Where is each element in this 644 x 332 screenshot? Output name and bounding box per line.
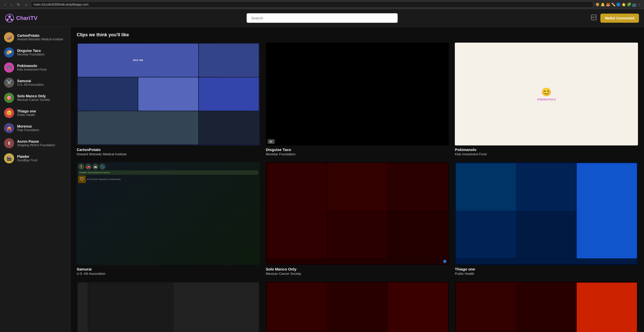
clip-card-cartonpotato[interactable]: PICK 'EM CartonPotato Howard Wolowitz Me… (77, 43, 260, 156)
sidebar-item-samurai[interactable]: ⚔️ Samurai U.S. K8 Association (0, 75, 70, 90)
clip-streamer-name: Thiago one (455, 267, 638, 271)
clip-thumbnail: 🔵 (266, 282, 449, 332)
clip-charity-name: Mexican Cancer Society (266, 272, 449, 276)
clip-card-flawler[interactable]: 🔵 Flawler GoodBye Trust (455, 282, 638, 332)
clip-charity-name: Howard Wolowitz Medical Institute (77, 152, 260, 156)
browser-extension-icons: 🦁 🔔 🦊 ✏️ 🔵 ⭐ 🧩 📺 ⋮ (595, 3, 641, 7)
nft-icon-button[interactable]: NFT (590, 14, 597, 22)
clip-thumbnail: 🔵 (455, 282, 638, 332)
sidebar-text: CartonPotato Howard Wolowitz Medical Ins… (17, 34, 63, 41)
sidebar-avatar: 😊 (4, 108, 14, 118)
clip-card-disguise-taco[interactable]: ▶ Disguise Taco Movistar Foundation (266, 43, 449, 156)
sidebar-charity-name: Kids Investment Fund (17, 68, 46, 71)
browser-chrome: ‹ › ↻ ⌂ 🦁 🔔 🦊 ✏️ 🔵 ⭐ 🧩 📺 ⋮ (0, 0, 644, 9)
header-right: NFT Wallet Connected (583, 14, 639, 23)
svg-point-0 (6, 14, 14, 22)
sidebar-avatar: 🥔 (4, 32, 14, 42)
clip-streamer-name: Solo Manco Only (266, 267, 449, 271)
sidebar-streamer-name: Thiago one (17, 109, 36, 113)
logo-area: ChariTV (5, 14, 61, 23)
sidebar-item-pokimanolo[interactable]: 🎮 Pokimanolo Kids Investment Fund (0, 60, 70, 75)
clip-charity-name: Public Health (455, 272, 638, 276)
sidebar-streamer-name: Disguise Taco (17, 49, 45, 53)
sidebar-charity-name: GoodBye Trust (17, 159, 37, 162)
sidebar-text: Thiago one Public Health (17, 109, 36, 117)
wallet-connected-button[interactable]: Wallet Connected (600, 14, 639, 23)
svg-point-1 (8, 15, 11, 18)
sidebar-item-morenus[interactable]: 🎪 Morenus Peje Foundation (0, 120, 70, 136)
search-container (61, 13, 583, 23)
sidebar-streamer-name: Samurai (17, 79, 44, 83)
sidebar-streamer-name: Pokimanolo (17, 64, 46, 68)
clip-streamer-name: Disguise Taco (266, 147, 449, 152)
sidebar-avatar: 🌮 (4, 47, 14, 57)
svg-text:NFT: NFT (592, 16, 596, 19)
clip-card-auron-pause[interactable]: 🔵 Auron Pause Snipping INGKA Foundation (266, 282, 449, 332)
sidebar-charity-name: Public Health (17, 113, 36, 117)
sidebar-text: Auron Pause Snipping INGKA Foundation (17, 139, 55, 147)
sidebar-charity-name: Movistar Foundation (17, 53, 45, 56)
app-header: ChariTV NFT Wallet Connected (0, 9, 644, 27)
sidebar-text: Solo Manco Only Mexican Cancer Society (17, 94, 50, 102)
sidebar-charity-name: U.S. K8 Association (17, 83, 44, 86)
sidebar-avatar: ⚔️ (4, 78, 14, 88)
sidebar-charity-name: Howard Wolowitz Medical Institute (17, 38, 63, 41)
sidebar-item-solo-manco-only[interactable]: 🎯 Solo Manco Only Mexican Cancer Society (0, 90, 70, 105)
sidebar-avatar: 🎮 (4, 63, 14, 73)
sidebar-text: Samurai U.S. K8 Association (17, 79, 44, 86)
sidebar-item-auron-pause[interactable]: ⏸ Auron Pause Snipping INGKA Foundation (0, 136, 70, 151)
clip-thumbnail: 🚶 🚗 🏍 🐾 Scalable, decentralized AI netwo… (77, 162, 260, 265)
sidebar-text: Pokimanolo Kids Investment Fund (17, 64, 46, 71)
clip-streamer-name: Pokimanolo (455, 147, 638, 152)
sidebar-item-thiago-one[interactable]: 😊 Thiago one Public Health (0, 105, 70, 120)
forward-button[interactable]: › (9, 2, 14, 7)
sidebar-text: Flawler GoodBye Trust (17, 155, 37, 162)
sidebar-charity-name: Snipping INGKA Foundation (17, 143, 55, 147)
sidebar-streamer-name: Auron Pause (17, 139, 55, 143)
sidebar-item-flawler[interactable]: 🎬 Flawler GoodBye Trust (0, 151, 70, 166)
sidebar-charity-name: Mexican Cancer Society (17, 98, 50, 102)
clip-charity-name: Kids Investment Fund (455, 152, 638, 156)
content-area: Clips we think you'll like PICK 'EM Cart… (71, 27, 644, 332)
home-button[interactable]: ⌂ (23, 2, 29, 7)
clip-streamer-name: CartonPotato (77, 147, 260, 152)
sidebar-avatar: 🎬 (4, 153, 14, 163)
clip-streamer-name: Samurai (77, 267, 260, 271)
sidebar-streamer-name: Flawler (17, 155, 37, 159)
clip-thumbnail (77, 282, 260, 332)
url-bar[interactable] (31, 1, 593, 8)
sidebar-streamer-name: Morenus (17, 124, 39, 128)
refresh-button[interactable]: ↻ (15, 2, 21, 7)
logo-chari: Chari (16, 15, 30, 21)
clips-grid: PICK 'EM CartonPotato Howard Wolowitz Me… (77, 43, 638, 332)
clip-thumbnail (455, 162, 638, 265)
clip-charity-name: Movistar Foundation (266, 152, 449, 156)
clip-card-thiago-one[interactable]: Thiago one Public Health (455, 162, 638, 276)
sidebar-avatar: 🎯 (4, 93, 14, 103)
clip-thumbnail: 😊 POKIMANOLO (455, 43, 638, 145)
search-input[interactable] (246, 13, 398, 23)
sidebar-text: Morenus Peje Foundation (17, 124, 39, 132)
sidebar-streamer-name: CartonPotato (17, 34, 63, 38)
sidebar-streamer-name: Solo Manco Only (17, 94, 50, 98)
sidebar: 🥔 CartonPotato Howard Wolowitz Medical I… (0, 27, 71, 332)
sidebar-charity-name: Peje Foundation (17, 128, 39, 132)
section-title: Clips we think you'll like (77, 32, 638, 38)
clip-thumbnail: PICK 'EM (77, 43, 260, 145)
logo-tv: TV (30, 15, 37, 21)
sidebar-text: Disguise Taco Movistar Foundation (17, 49, 45, 56)
clip-card-pokimanolo[interactable]: 😊 POKIMANOLO Pokimanolo Kids Investment … (455, 43, 638, 156)
clip-thumbnail: ▶ (266, 43, 449, 145)
sidebar-item-disguise-taco[interactable]: 🌮 Disguise Taco Movistar Foundation (0, 45, 70, 60)
clip-card-solo-manco-only[interactable]: 🔵 Solo Manco Only Mexican Cancer Society (266, 162, 449, 276)
logo-text: ChariTV (16, 15, 37, 21)
sidebar-avatar: ⏸ (4, 138, 14, 148)
clip-charity-name: U.S. K8 Association (77, 272, 260, 276)
sidebar-item-cartonpotato[interactable]: 🥔 CartonPotato Howard Wolowitz Medical I… (0, 30, 70, 45)
clip-thumbnail: 🔵 (266, 162, 449, 265)
clip-card-morenus[interactable]: Morenus Peje Foundation (77, 282, 260, 332)
clip-card-samurai[interactable]: 🚶 🚗 🏍 🐾 Scalable, decentralized AI netwo… (77, 162, 260, 276)
back-button[interactable]: ‹ (3, 2, 7, 7)
main-layout: 🥔 CartonPotato Howard Wolowitz Medical I… (0, 27, 644, 332)
charitv-logo-icon (5, 14, 14, 23)
